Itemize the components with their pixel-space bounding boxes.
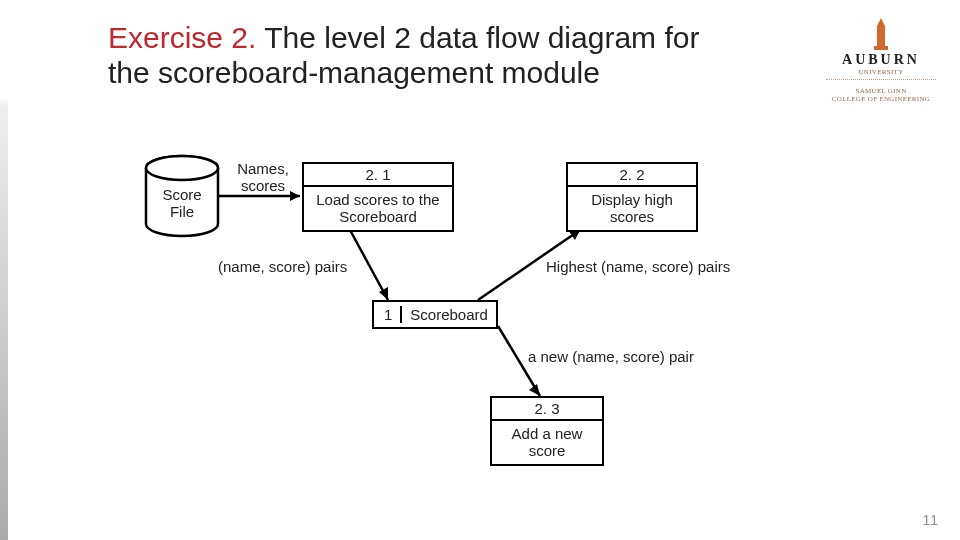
- page-number: 11: [922, 512, 938, 528]
- datastore-label: Score File: [156, 186, 208, 221]
- flow-highest-pairs: Highest (name, score) pairs: [546, 258, 776, 275]
- process-2-2-num: 2. 2: [568, 164, 696, 187]
- process-2-3-num: 2. 3: [492, 398, 602, 421]
- process-2-3: 2. 3 Add a new score: [490, 396, 604, 466]
- process-2-3-text: Add a new score: [492, 421, 602, 464]
- diagram-shapes: [0, 0, 960, 540]
- process-2-2-text: Display high scores: [568, 187, 696, 230]
- process-2-1-num: 2. 1: [304, 164, 452, 187]
- process-1: 1Scoreboard: [372, 300, 498, 329]
- process-2-2: 2. 2 Display high scores: [566, 162, 698, 232]
- process-1-num: 1: [382, 306, 402, 323]
- svg-marker-8: [379, 287, 388, 300]
- svg-point-4: [146, 156, 218, 180]
- process-2-1: 2. 1 Load scores to the Scoreboard: [302, 162, 454, 232]
- flow-name-score-pairs: (name, score) pairs: [218, 258, 398, 275]
- flow-names-scores: Names, scores: [228, 160, 298, 195]
- flow-a-new-pair: a new (name, score) pair: [528, 348, 748, 365]
- process-1-text: Scoreboard: [410, 306, 488, 323]
- process-2-1-text: Load scores to the Scoreboard: [304, 187, 452, 230]
